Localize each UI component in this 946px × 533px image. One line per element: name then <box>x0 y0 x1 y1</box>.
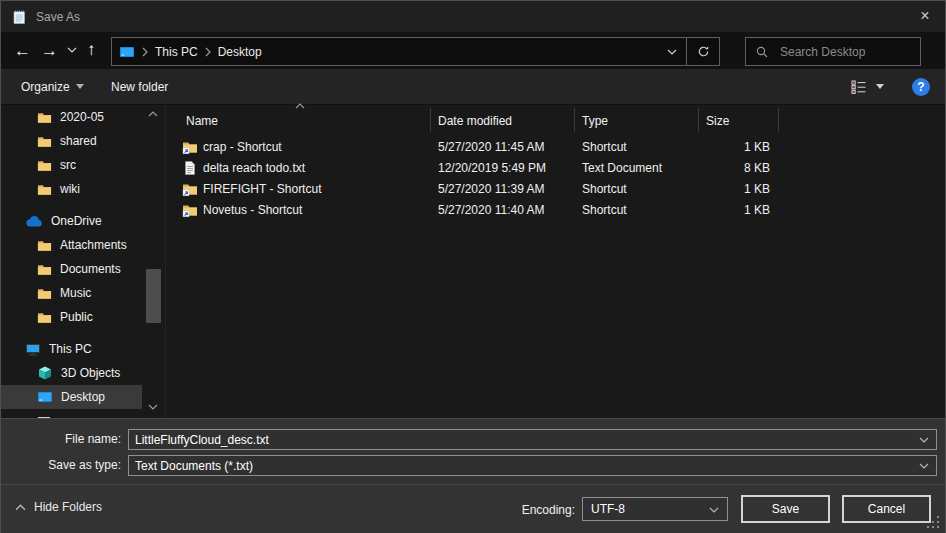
file-name-combo[interactable] <box>128 429 937 450</box>
file-name: crap - Shortcut <box>203 140 282 154</box>
sidebar-item-shared[interactable]: shared <box>1 129 142 153</box>
window-title: Save As <box>36 10 80 24</box>
chevron-down-icon[interactable] <box>709 507 719 513</box>
back-button[interactable]: ← <box>14 42 31 59</box>
search-input[interactable] <box>778 44 911 60</box>
file-size: 8 KB <box>666 161 770 175</box>
save-options-panel: File name: Save as type: Text Documents … <box>1 418 945 533</box>
breadcrumb-this-pc[interactable]: This PC <box>155 45 198 59</box>
sidebar-item-label: wiki <box>60 182 80 196</box>
notepad-app-icon <box>11 9 27 25</box>
file-rows: crap - Shortcut 5/27/2020 11:45 AM Short… <box>166 137 944 221</box>
column-header-name[interactable]: Name <box>186 114 218 128</box>
file-name: Novetus - Shortcut <box>203 203 302 217</box>
footer-divider <box>1 484 945 485</box>
search-box[interactable] <box>745 37 921 66</box>
hide-folders-label: Hide Folders <box>34 500 102 514</box>
column-header-date-modified[interactable]: Date modified <box>438 114 512 128</box>
column-divider[interactable] <box>778 108 779 132</box>
scroll-up-icon[interactable] <box>148 111 158 117</box>
column-divider[interactable] <box>430 108 431 132</box>
sidebar-item-attachments[interactable]: Attachments <box>1 233 142 257</box>
chevron-down-icon[interactable] <box>919 463 929 469</box>
save-button[interactable]: Save <box>741 495 830 523</box>
address-dropdown-chevron-icon[interactable] <box>658 38 686 65</box>
sidebar-item-wiki[interactable]: wiki <box>1 177 142 201</box>
sidebar-item-onedrive[interactable]: OneDrive <box>1 209 142 233</box>
recent-locations-chevron-icon[interactable] <box>67 47 77 53</box>
this-pc-icon <box>25 341 41 357</box>
save-as-type-value: Text Documents (*.txt) <box>135 459 253 473</box>
sidebar-item-3d-objects[interactable]: 3D Objects <box>1 361 142 385</box>
file-row-crap-shortcut[interactable]: crap - Shortcut 5/27/2020 11:45 AM Short… <box>166 137 944 158</box>
desktop-location-icon <box>119 44 135 60</box>
sidebar-item-desktop[interactable]: Desktop <box>1 385 142 409</box>
column-header-type[interactable]: Type <box>582 114 608 128</box>
refresh-icon[interactable] <box>686 38 719 65</box>
close-button[interactable]: × <box>913 5 937 27</box>
up-button[interactable]: ↑ <box>87 41 96 58</box>
sidebar-item-this-pc[interactable]: This PC <box>1 337 142 361</box>
view-options-chevron[interactable] <box>876 69 884 104</box>
folder-icon <box>37 158 52 173</box>
breadcrumb-chevron-icon[interactable] <box>205 47 211 57</box>
sidebar-item-label: OneDrive <box>51 214 102 228</box>
navigation-pane: 2020-05 shared src wiki OneDrive Attachm… <box>1 105 165 418</box>
help-button[interactable]: ? <box>912 78 930 96</box>
column-divider[interactable] <box>574 108 575 132</box>
sidebar-item-partial[interactable] <box>1 409 142 418</box>
forward-button[interactable]: → <box>41 42 58 59</box>
sidebar-item-label: src <box>60 158 76 172</box>
breadcrumb-desktop[interactable]: Desktop <box>218 45 262 59</box>
sidebar-item-label: This PC <box>49 342 92 356</box>
organize-label: Organize <box>21 80 70 94</box>
scrollbar-thumb[interactable] <box>146 269 161 323</box>
sidebar-item-2020-05[interactable]: 2020-05 <box>1 105 142 129</box>
text-document-icon <box>182 160 198 176</box>
sidebar-scrollbar[interactable] <box>145 105 162 418</box>
save-as-dialog: Save As × ← → ↑ This PC Desktop Organize <box>0 0 946 533</box>
resize-grip[interactable] <box>927 516 940 529</box>
file-date: 5/27/2020 11:39 AM <box>438 182 545 196</box>
sidebar-item-src[interactable]: src <box>1 153 142 177</box>
folder-shortcut-icon <box>182 181 198 197</box>
change-view-button[interactable] <box>851 69 867 104</box>
caret-down-icon <box>76 84 84 89</box>
file-row-delta-reach-todo[interactable]: delta reach todo.txt 12/20/2019 5:49 PM … <box>166 158 944 179</box>
breadcrumb-chevron-icon[interactable] <box>142 47 148 57</box>
file-row-firefight-shortcut[interactable]: FIREFIGHT - Shortcut 5/27/2020 11:39 AM … <box>166 179 944 200</box>
file-type: Shortcut <box>582 203 627 217</box>
organize-button[interactable]: Organize <box>21 69 84 104</box>
hide-folders-button[interactable]: Hide Folders <box>15 500 102 514</box>
search-icon <box>755 45 769 59</box>
chevron-down-icon[interactable] <box>919 437 929 443</box>
title-bar: Save As <box>1 1 945 32</box>
file-size: 1 KB <box>666 203 770 217</box>
navigation-bar: ← → ↑ This PC Desktop <box>1 32 945 69</box>
save-as-type-select[interactable]: Text Documents (*.txt) <box>128 455 937 476</box>
encoding-select[interactable]: UTF-8 <box>582 497 728 521</box>
address-bar[interactable]: This PC Desktop <box>111 37 720 66</box>
file-type: Text Document <box>582 161 662 175</box>
sidebar-item-public[interactable]: Public <box>1 305 142 329</box>
sidebar-item-documents[interactable]: Documents <box>1 257 142 281</box>
sidebar-item-label: Public <box>60 310 93 324</box>
folder-icon <box>37 110 52 125</box>
file-size: 1 KB <box>666 182 770 196</box>
folder-shortcut-icon <box>182 139 198 155</box>
file-row-novetus-shortcut[interactable]: Novetus - Shortcut 5/27/2020 11:40 AM Sh… <box>166 200 944 221</box>
file-type: Shortcut <box>582 182 627 196</box>
breadcrumb: This PC Desktop <box>112 44 658 60</box>
encoding-value: UTF-8 <box>591 502 625 516</box>
main-area: 2020-05 shared src wiki OneDrive Attachm… <box>1 105 945 418</box>
cancel-button[interactable]: Cancel <box>842 495 931 523</box>
sidebar-item-music[interactable]: Music <box>1 281 142 305</box>
new-folder-label: New folder <box>111 80 168 94</box>
new-folder-button[interactable]: New folder <box>111 69 168 104</box>
3d-objects-icon <box>37 365 53 381</box>
scroll-down-icon[interactable] <box>148 404 158 410</box>
column-divider[interactable] <box>698 108 699 132</box>
column-headers: Name Date modified Type Size <box>166 105 944 135</box>
column-header-size[interactable]: Size <box>706 114 729 128</box>
file-name-input[interactable] <box>135 433 914 447</box>
